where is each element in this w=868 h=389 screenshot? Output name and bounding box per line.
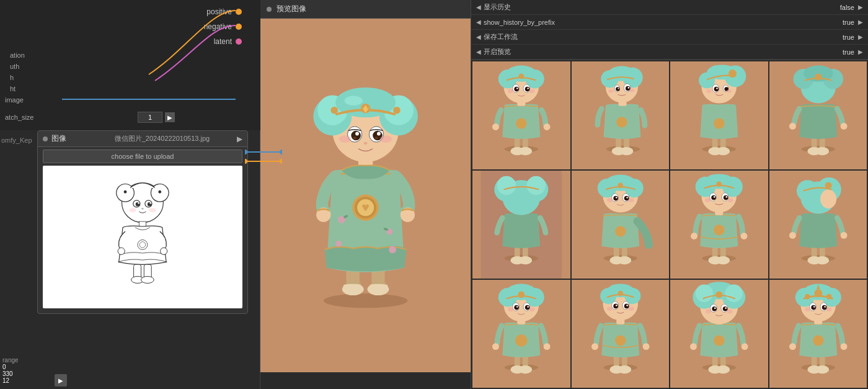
svg-point-266 (714, 335, 724, 346)
grid-cell-3[interactable] (670, 61, 768, 169)
grid-cell-5[interactable] (472, 171, 570, 279)
svg-point-23 (158, 190, 161, 193)
svg-point-94 (529, 89, 535, 94)
svg-point-91 (516, 87, 518, 89)
svg-point-77 (518, 147, 532, 155)
grid-cell-6[interactable] (572, 171, 670, 279)
svg-point-308 (805, 308, 810, 312)
grid-cell-2[interactable] (572, 61, 670, 169)
svg-point-57 (351, 130, 360, 140)
svg-point-139 (815, 147, 829, 155)
svg-point-121 (714, 118, 724, 128)
svg-point-174 (615, 197, 617, 199)
svg-point-256 (615, 305, 617, 306)
preview-title: 预览图像 (277, 4, 306, 14)
svg-point-307 (824, 306, 826, 308)
svg-point-133 (727, 89, 732, 92)
node-curves-svg (62, 0, 260, 124)
svg-point-276 (715, 291, 722, 298)
svg-point-304 (811, 305, 816, 310)
prop-arrow-1[interactable]: ▶ (858, 4, 863, 11)
sketch-preview (43, 166, 242, 308)
batch-size-increment[interactable]: ▶ (165, 112, 175, 122)
svg-point-146 (840, 123, 847, 130)
svg-point-257 (626, 305, 628, 306)
svg-point-100 (619, 147, 633, 155)
svg-point-69 (389, 246, 396, 253)
bottom-arrow-button[interactable]: ▶ (55, 374, 67, 387)
svg-point-65 (364, 142, 368, 145)
connection-lines-svg (245, 146, 282, 171)
svg-point-293 (840, 343, 847, 350)
svg-point-101 (616, 117, 627, 127)
svg-point-164 (615, 226, 626, 236)
grid-chibi-6 (572, 171, 670, 279)
prop-triangle-4[interactable]: ◀ (476, 48, 481, 55)
prop-triangle-3[interactable]: ◀ (476, 34, 481, 40)
property-rows: ◀ 显示历史 false ▶ ◀ show_history_by_prefix … (471, 0, 868, 60)
grid-chibi-2 (572, 61, 670, 169)
svg-point-53 (330, 107, 338, 114)
prop-arrow-4[interactable]: ▶ (858, 48, 863, 55)
svg-point-169 (618, 183, 623, 189)
svg-point-196 (724, 195, 728, 200)
grid-chibi-3 (670, 61, 768, 169)
grid-cell-9[interactable] (472, 280, 570, 388)
svg-point-177 (628, 199, 634, 203)
svg-point-235 (508, 308, 513, 312)
svg-point-267 (690, 343, 697, 350)
prop-value-2: true (823, 19, 854, 26)
svg-point-20 (138, 239, 148, 249)
svg-point-62 (374, 136, 378, 139)
range-value-0: 0 (0, 364, 62, 370)
svg-point-176 (607, 199, 613, 203)
svg-point-156 (497, 176, 516, 195)
grid-cell-8[interactable] (769, 171, 867, 279)
svg-point-131 (716, 87, 718, 89)
grid-cell-12[interactable] (769, 280, 867, 388)
upload-button[interactable]: choose file to upload (43, 150, 242, 163)
svg-point-63 (339, 135, 351, 143)
prop-name-4: 开启预览 (484, 47, 823, 56)
grid-chibi-7 (670, 171, 768, 279)
svg-point-282 (725, 307, 727, 309)
svg-point-132 (706, 89, 712, 92)
svg-point-183 (716, 256, 730, 264)
svg-point-163 (618, 256, 631, 264)
grid-cell-7[interactable] (670, 171, 768, 279)
prop-value-4: true (823, 48, 854, 56)
grid-cell-10[interactable] (572, 280, 670, 388)
grid-cell-4[interactable] (769, 61, 867, 169)
prop-triangle-2[interactable]: ◀ (476, 19, 481, 25)
grid-cell-1[interactable] (472, 61, 570, 169)
svg-point-144 (815, 74, 822, 81)
load-image-title: 图像 (51, 133, 111, 144)
main-preview-image (260, 19, 471, 372)
svg-point-198 (725, 196, 727, 198)
grid-chibi-12 (769, 280, 867, 388)
svg-point-219 (518, 365, 532, 373)
prop-triangle-1[interactable]: ◀ (476, 4, 481, 11)
filename-arrow[interactable]: ▶ (237, 135, 242, 143)
svg-point-129 (714, 87, 719, 92)
svg-point-14 (118, 248, 125, 254)
left-panel: positive negative latent ation uth h ht (0, 0, 260, 389)
svg-point-228 (518, 291, 525, 298)
svg-point-291 (813, 335, 823, 346)
batch-size-value[interactable]: 1 (138, 112, 162, 123)
batch-size-row: atch_size 1 ▶ (0, 110, 180, 124)
svg-point-306 (813, 306, 815, 308)
svg-point-233 (516, 306, 518, 308)
svg-point-92 (527, 87, 529, 89)
grid-cell-11[interactable] (670, 280, 768, 388)
grid-chibi-8 (769, 171, 867, 279)
prop-value-1: false (823, 4, 854, 11)
svg-point-11 (129, 208, 136, 212)
prop-arrow-3[interactable]: ▶ (858, 34, 863, 40)
prop-arrow-2[interactable]: ▶ (858, 19, 863, 25)
right-panel: ◀ 显示历史 false ▶ ◀ show_history_by_prefix … (471, 0, 868, 389)
svg-point-245 (642, 343, 649, 350)
svg-point-299 (814, 289, 822, 297)
svg-point-244 (591, 343, 598, 350)
svg-point-114 (629, 89, 634, 92)
